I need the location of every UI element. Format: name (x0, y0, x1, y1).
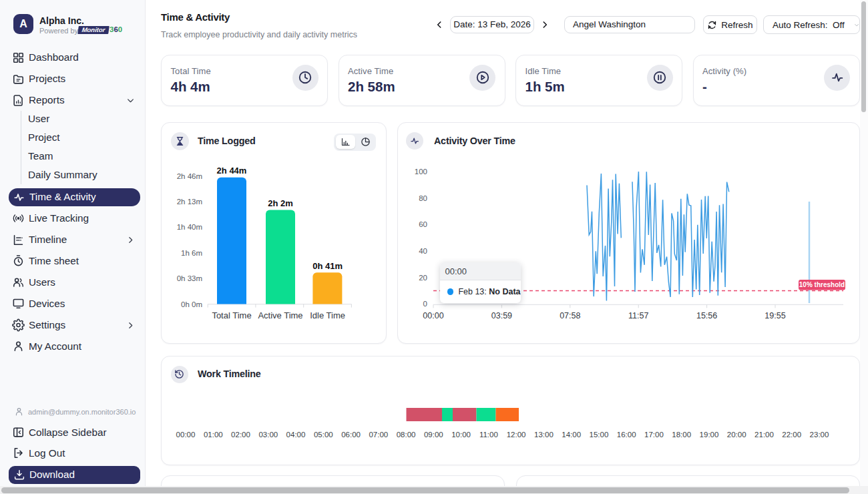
svg-text:14:00: 14:00 (562, 431, 581, 439)
svg-text:17:00: 17:00 (644, 431, 664, 439)
svg-text:00:00: 00:00 (423, 311, 443, 320)
svg-text:19:00: 19:00 (700, 431, 719, 439)
svg-text:11:57: 11:57 (628, 311, 648, 320)
svg-text:2h 13m: 2h 13m (177, 198, 202, 206)
svg-text:20: 20 (419, 274, 427, 282)
svg-text:02:00: 02:00 (231, 431, 250, 439)
svg-text:21:00: 21:00 (754, 431, 774, 439)
svg-text:15:56: 15:56 (696, 311, 717, 320)
svg-text:80: 80 (419, 194, 427, 202)
svg-text:19:55: 19:55 (765, 311, 785, 320)
svg-text:01:00: 01:00 (204, 431, 223, 439)
svg-text:1h 6m: 1h 6m (181, 249, 202, 257)
svg-text:1h 40m: 1h 40m (177, 223, 202, 231)
svg-text:2h 44m: 2h 44m (217, 166, 247, 176)
svg-text:Total Time: Total Time (212, 310, 251, 320)
svg-text:0h 0m: 0h 0m (181, 300, 202, 308)
svg-text:11:00: 11:00 (479, 431, 498, 439)
svg-text:10% threshold: 10% threshold (799, 281, 845, 288)
svg-text:06:00: 06:00 (341, 431, 361, 439)
svg-text:07:00: 07:00 (369, 431, 388, 439)
svg-text:100: 100 (415, 168, 427, 176)
svg-text:03:59: 03:59 (491, 311, 512, 320)
svg-text:18:00: 18:00 (672, 431, 691, 439)
svg-text:16:00: 16:00 (617, 431, 636, 439)
svg-text:2h 2m: 2h 2m (268, 198, 293, 208)
svg-text:Idle Time: Idle Time (310, 310, 345, 320)
svg-text:60: 60 (419, 220, 427, 228)
svg-text:15:00: 15:00 (590, 431, 609, 439)
svg-text:03:00: 03:00 (258, 431, 278, 439)
svg-text:22:00: 22:00 (782, 431, 801, 439)
svg-text:10:00: 10:00 (451, 431, 471, 439)
svg-text:0h 41m: 0h 41m (312, 261, 343, 271)
svg-text:08:00: 08:00 (397, 431, 416, 439)
svg-text:09:00: 09:00 (424, 431, 443, 439)
svg-text:23:00: 23:00 (810, 431, 829, 439)
svg-text:00:00: 00:00 (176, 431, 196, 439)
svg-text:Active Time: Active Time (258, 310, 302, 320)
svg-text:04:00: 04:00 (286, 431, 306, 439)
svg-text:2h 46m: 2h 46m (177, 172, 202, 180)
svg-text:13:00: 13:00 (534, 431, 554, 439)
svg-text:0h 33m: 0h 33m (177, 274, 202, 282)
svg-text:12:00: 12:00 (507, 431, 526, 439)
svg-text:0: 0 (423, 300, 427, 308)
svg-text:05:00: 05:00 (314, 431, 333, 439)
svg-text:07:58: 07:58 (560, 311, 580, 320)
svg-text:40: 40 (419, 247, 427, 255)
svg-text:20:00: 20:00 (727, 431, 746, 439)
